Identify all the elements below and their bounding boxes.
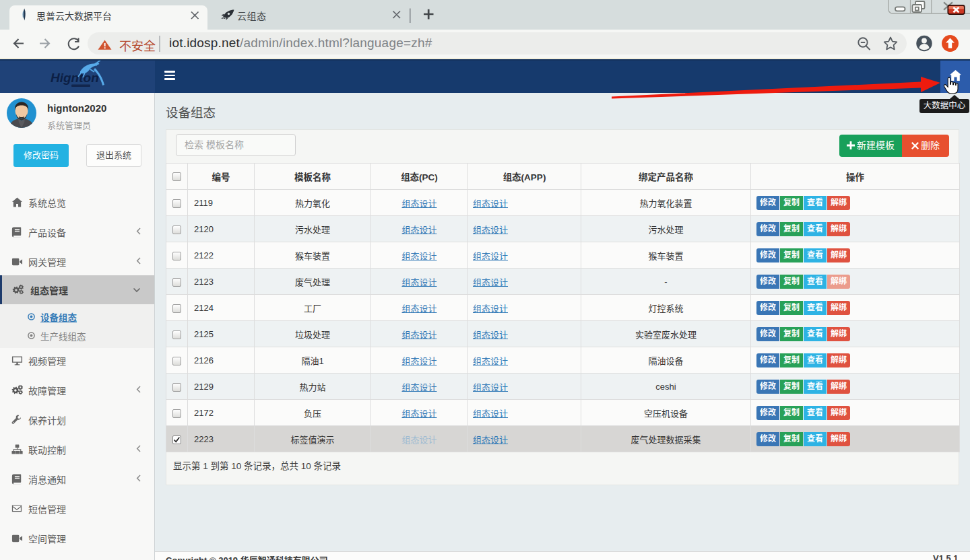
svg-text:Hignton: Hignton <box>51 71 99 85</box>
